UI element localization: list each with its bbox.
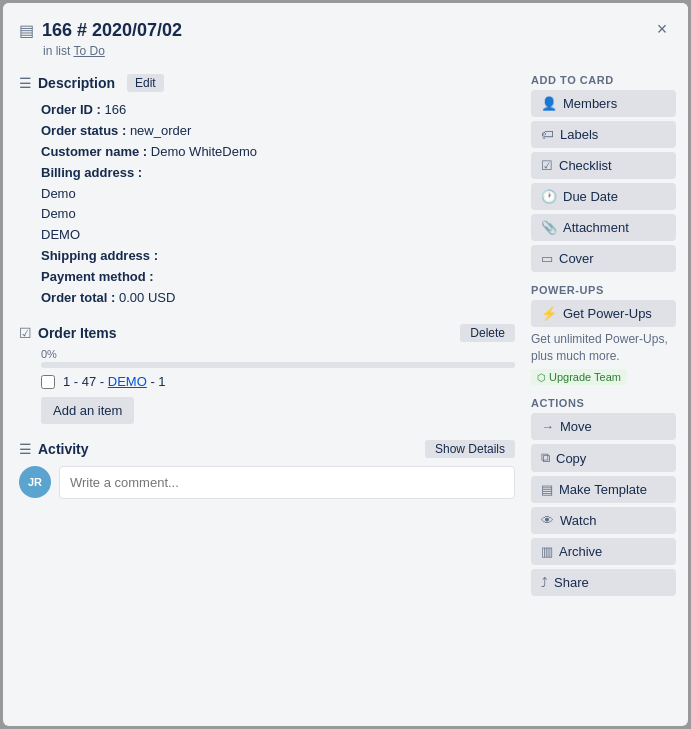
get-power-ups-label: Get Power-Ups xyxy=(563,306,652,321)
get-power-ups-button[interactable]: ⚡ Get Power-Ups xyxy=(531,300,676,327)
archive-icon: ▥ xyxy=(541,544,553,559)
copy-label: Copy xyxy=(556,451,586,466)
modal-header: ▤ 166 # 2020/07/02 in list To Do × xyxy=(3,3,688,66)
order-id-value: 166 xyxy=(105,102,127,117)
modal-body: ☰ Description Edit Order ID : 166 Order … xyxy=(3,66,688,726)
checklist-add-icon: ☑ xyxy=(541,158,553,173)
archive-button[interactable]: ▥ Archive xyxy=(531,538,676,565)
order-status-value: new_order xyxy=(130,123,191,138)
order-items-left: ☑ Order Items xyxy=(19,325,117,341)
watch-button[interactable]: 👁 Watch xyxy=(531,507,676,534)
order-status-label: Order status : xyxy=(41,123,126,138)
attachment-icon: 📎 xyxy=(541,220,557,235)
cover-label: Cover xyxy=(559,251,594,266)
billing-address-label: Billing address : xyxy=(41,165,142,180)
payment-method-row: Payment method : xyxy=(41,267,515,288)
members-icon: 👤 xyxy=(541,96,557,111)
activity-left: ☰ Activity xyxy=(19,441,89,457)
labels-button[interactable]: 🏷 Labels xyxy=(531,121,676,148)
upgrade-icon: ⬡ xyxy=(537,372,546,383)
description-section: ☰ Description Edit Order ID : 166 Order … xyxy=(19,74,515,308)
close-button[interactable]: × xyxy=(648,15,676,43)
upgrade-team-badge[interactable]: ⬡ Upgrade Team xyxy=(531,369,627,385)
checklist-button[interactable]: ☑ Checklist xyxy=(531,152,676,179)
payment-method-label: Payment method : xyxy=(41,269,154,284)
customer-name-value: Demo WhiteDemo xyxy=(151,144,257,159)
copy-icon: ⧉ xyxy=(541,450,550,466)
checklist-checkbox[interactable] xyxy=(41,375,55,389)
description-header: ☰ Description Edit xyxy=(19,74,515,92)
checklist-item: 1 - 47 - DEMO - 1 xyxy=(41,374,515,389)
share-icon: ⤴ xyxy=(541,575,548,590)
power-ups-title: POWER-UPS xyxy=(531,284,676,296)
activity-title: Activity xyxy=(38,441,89,457)
delete-button[interactable]: Delete xyxy=(460,324,515,342)
billing-address-row: Billing address : xyxy=(41,163,515,184)
billing-line2: Demo xyxy=(41,204,515,225)
members-label: Members xyxy=(563,96,617,111)
order-total-row: Order total : 0.00 USD xyxy=(41,288,515,309)
show-details-button[interactable]: Show Details xyxy=(425,440,515,458)
checklist-item-text: 1 - 47 - DEMO - 1 xyxy=(63,374,166,389)
move-label: Move xyxy=(560,419,592,434)
power-ups-info: Get unlimited Power-Ups, plus much more. xyxy=(531,331,676,365)
order-items-section: ☑ Order Items Delete 0% 1 - 47 - DEMO - … xyxy=(19,324,515,424)
due-date-label: Due Date xyxy=(563,189,618,204)
archive-label: Archive xyxy=(559,544,602,559)
order-items-header: ☑ Order Items Delete xyxy=(19,324,515,342)
comment-row: JR xyxy=(19,466,515,499)
comment-input[interactable] xyxy=(59,466,515,499)
power-ups-icon: ⚡ xyxy=(541,306,557,321)
order-total-value: 0.00 USD xyxy=(119,290,175,305)
customer-name-row: Customer name : Demo WhiteDemo xyxy=(41,142,515,163)
billing-line1: Demo xyxy=(41,184,515,205)
attachment-button[interactable]: 📎 Attachment xyxy=(531,214,676,241)
sidebar: ADD TO CARD 👤 Members 🏷 Labels ☑ Checkli… xyxy=(523,66,688,726)
checklist-item-link[interactable]: DEMO xyxy=(108,374,147,389)
move-icon: → xyxy=(541,419,554,434)
progress-bar-background xyxy=(41,362,515,368)
edit-description-button[interactable]: Edit xyxy=(127,74,164,92)
actions-title: ACTIONS xyxy=(531,397,676,409)
card-modal: ▤ 166 # 2020/07/02 in list To Do × ☰ Des… xyxy=(3,3,688,726)
make-template-label: Make Template xyxy=(559,482,647,497)
shipping-address-row: Shipping address : xyxy=(41,246,515,267)
billing-line3: DEMO xyxy=(41,225,515,246)
members-button[interactable]: 👤 Members xyxy=(531,90,676,117)
due-date-icon: 🕐 xyxy=(541,189,557,204)
add-item-button[interactable]: Add an item xyxy=(41,397,134,424)
share-label: Share xyxy=(554,575,589,590)
cover-button[interactable]: ▭ Cover xyxy=(531,245,676,272)
description-content: Order ID : 166 Order status : new_order … xyxy=(41,100,515,308)
customer-name-label: Customer name : xyxy=(41,144,147,159)
due-date-button[interactable]: 🕐 Due Date xyxy=(531,183,676,210)
main-content: ☰ Description Edit Order ID : 166 Order … xyxy=(3,66,523,726)
description-icon: ☰ xyxy=(19,75,32,91)
order-total-label: Order total : xyxy=(41,290,115,305)
attachment-label: Attachment xyxy=(563,220,629,235)
order-items-title: Order Items xyxy=(38,325,117,341)
labels-icon: 🏷 xyxy=(541,127,554,142)
labels-label: Labels xyxy=(560,127,598,142)
progress-label: 0% xyxy=(41,348,515,360)
list-prefix: in list xyxy=(43,44,70,58)
copy-button[interactable]: ⧉ Copy xyxy=(531,444,676,472)
order-id-row: Order ID : 166 xyxy=(41,100,515,121)
progress-container: 0% xyxy=(41,348,515,368)
template-icon: ▤ xyxy=(541,482,553,497)
list-link[interactable]: To Do xyxy=(73,44,104,58)
watch-icon: 👁 xyxy=(541,513,554,528)
card-icon: ▤ xyxy=(19,21,34,40)
add-to-card-title: ADD TO CARD xyxy=(531,74,676,86)
make-template-button[interactable]: ▤ Make Template xyxy=(531,476,676,503)
checklist-label: Checklist xyxy=(559,158,612,173)
move-button[interactable]: → Move xyxy=(531,413,676,440)
title-row: ▤ 166 # 2020/07/02 xyxy=(19,19,648,42)
order-id-label: Order ID : xyxy=(41,102,101,117)
activity-header: ☰ Activity Show Details xyxy=(19,440,515,458)
watch-label: Watch xyxy=(560,513,596,528)
activity-icon: ☰ xyxy=(19,441,32,457)
cover-icon: ▭ xyxy=(541,251,553,266)
activity-section: ☰ Activity Show Details JR xyxy=(19,440,515,499)
share-button[interactable]: ⤴ Share xyxy=(531,569,676,596)
